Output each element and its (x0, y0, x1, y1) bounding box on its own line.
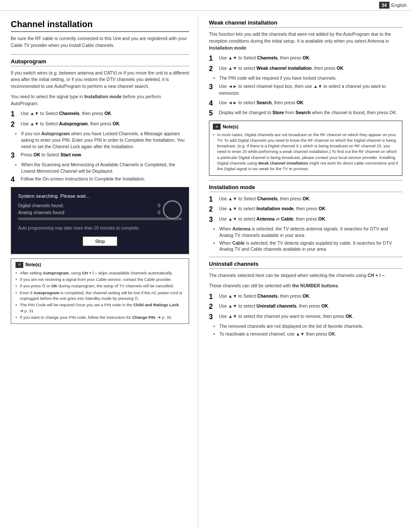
autoprogram-notes: ≡ Note(s) • After setting Autoprogram, u… (11, 258, 189, 324)
weak-step-num-1: 1 (209, 55, 217, 62)
weak-step-content-1: Use ▲▼ to Select Channels, then press OK… (219, 55, 402, 62)
weak-step-2: 2 Use ▲▼ to select Weak channel installa… (209, 65, 402, 73)
bullet-list-3: • When the Scanning and Memorizing of Av… (15, 162, 189, 174)
weak-bullet-item-2: • The PIN code will be required if you h… (213, 75, 402, 81)
uc-step-num-3: 3 (209, 313, 217, 321)
uc-step-num-2: 2 (209, 303, 217, 311)
im-step-content-3: Use ▲▼ to select Antenna or Cable, then … (219, 216, 402, 223)
uc-bullet-2: • To reactivate a removed channel, use ▲… (213, 331, 402, 337)
loading-circle (163, 200, 182, 219)
bullet-text-3: When the Scanning and Memorizing of Avai… (21, 162, 189, 174)
step-content-3: Press OK to Select Start now. (21, 152, 189, 159)
im-step-num-3: 3 (209, 216, 217, 224)
im-step-content-1: Use ▲▼ to Select Channels, then press OK… (219, 196, 402, 202)
page-number: 34 (379, 2, 389, 9)
step-1: 1 Use ▲▼ to Select Channels, then press … (11, 110, 189, 118)
note-item-4: • Even if Autoprogram is completed, the … (16, 290, 184, 302)
weak-step-num-3: 3 (209, 83, 217, 91)
bullet-list-2: • If you run Autoprogram when you have L… (15, 131, 189, 149)
installation-mode-title: Installation mode (209, 184, 402, 192)
weak-bullet-2: • The PIN code will be required if you h… (213, 75, 402, 81)
im-step-3: 3 Use ▲▼ to select Antenna or Cable, the… (209, 216, 402, 224)
left-column: Channel installation Be sure the RF cabl… (0, 15, 198, 528)
uninstall-desc1: The channels selected here can be skippe… (209, 272, 402, 279)
uc-step-content-1: Use ▲▼ to Select Channels, then press OK… (219, 293, 402, 300)
weak-step-num-4: 4 (209, 100, 217, 107)
step-number-4: 4 (11, 176, 19, 184)
bullet-text: If you run Autoprogram when you have Loc… (21, 131, 189, 149)
weak-note-box: ≡ Note(s) • In most cases, Digital chann… (209, 121, 402, 176)
im-bullet-2: • When Cable is selected, the TV detects… (213, 240, 402, 252)
uc-step-num-1: 1 (209, 293, 217, 301)
weak-step-content-3: Use ◄► to select channel Input box, then… (219, 83, 402, 97)
weak-step-1: 1 Use ▲▼ to Select Channels, then press … (209, 55, 402, 62)
im-bullet-list: • When Antenna is selected, the TV detec… (213, 226, 402, 252)
weak-step-content-4: Use ◄► to select Search, then press OK. (219, 100, 402, 106)
note-item-5: • The PIN Code will be required Once you… (16, 302, 184, 314)
uc-step-1: 1 Use ▲▼ to Select Channels, then press … (209, 293, 402, 301)
autoprogram-desc2: You need to select the signal type in In… (11, 93, 189, 107)
uc-step-2: 2 Use ▲▼ to select Uninstall channels, t… (209, 303, 402, 311)
uninstall-desc2: Those channels can still be selected wit… (209, 283, 402, 289)
weak-note-icon: ≡ (213, 124, 221, 130)
weak-step-3: 3 Use ◄► to select channel Input box, th… (209, 83, 402, 97)
digital-label: Digital channels found: (18, 203, 64, 208)
weak-step-content-2: Use ▲▼ to select Weak channel installati… (219, 65, 402, 72)
page-header: 34 English (0, 0, 411, 11)
note-item-2: • If you are not receiving a signal from… (16, 277, 184, 282)
uc-step-content-3: Use ▲▼ to select the channel you want to… (219, 313, 402, 320)
weak-note-title: Note(s) (223, 124, 238, 130)
uc-step-content-2: Use ▲▼ to select Uninstall channels, the… (219, 303, 402, 310)
bullet-dot-3: • (15, 162, 21, 174)
weak-step-4: 4 Use ◄► to select Search, then press OK… (209, 100, 402, 107)
digital-channels-row: Digital channels found: 0 (18, 203, 182, 208)
step-content-1: Use ▲▼ to Select Channels, then press OK… (21, 110, 189, 117)
im-step-num-1: 1 (209, 196, 217, 203)
step-content-4: Follow the On-screen Instructions to Com… (21, 176, 189, 183)
analog-value: 0 (158, 210, 160, 215)
im-step-num-2: 2 (209, 205, 217, 213)
autoprogram-desc1: If you switch wires (e.g. between antenn… (11, 70, 189, 90)
step-2: 2 Use ▲▼ to Select Autoprogram, then pre… (11, 121, 189, 128)
weak-step-num-2: 2 (209, 65, 217, 73)
page-language: English (391, 3, 407, 8)
note-header: ≡ Note(s) (16, 261, 184, 268)
step-number-1: 1 (11, 110, 19, 118)
weak-step-content-5: Display will be changed to Store from Se… (219, 109, 402, 116)
im-step-1: 1 Use ▲▼ to Select Channels, then press … (209, 196, 402, 203)
uc-bullet-1: • The removed channels are not displayed… (213, 323, 402, 330)
note-icon: ≡ (16, 262, 23, 268)
progress-bar (18, 218, 182, 220)
note-item-3: • If you press Ö or OK during Autoprogra… (16, 283, 184, 289)
step-3: 3 Press OK to Select Start now. (11, 152, 189, 159)
weak-step-5: 5 Display will be changed to Store from … (209, 109, 402, 117)
im-step-2: 2 Use ▲▼ to select Installation mode, th… (209, 205, 402, 213)
note-title: Note(s) (25, 261, 41, 268)
page-container: 34 English Channel installation Be sure … (0, 0, 411, 532)
note-item-1: • After setting Autoprogram, using CH + … (16, 270, 184, 276)
im-step-content-2: Use ▲▼ to select Installation mode, then… (219, 205, 402, 212)
screen-dialog: System searching. Please wait... Digital… (11, 187, 189, 254)
uc-bullet-list: • The removed channels are not displayed… (213, 323, 402, 337)
right-column: Weak channel installation This function … (198, 15, 411, 528)
step-4: 4 Follow the On-screen Instructions to C… (11, 176, 189, 184)
weak-channel-desc: This function lets you add the channels … (209, 31, 402, 51)
bullet-item-3: • When the Scanning and Memorizing of Av… (15, 162, 189, 174)
intro-text: Be sure the RF cable is correctly connec… (11, 35, 189, 49)
step-content-2: Use ▲▼ to Select Autoprogram, then press… (21, 121, 189, 128)
bullet-dot: • (15, 131, 21, 149)
analog-channels-row: Analog channels found: 0 (18, 210, 182, 215)
screen-title: System searching. Please wait... (18, 193, 182, 199)
uninstall-title: Uninstall channels (209, 261, 402, 269)
digital-value: 0 (158, 203, 160, 208)
analog-label: Analog channels found: (18, 210, 65, 215)
im-bullet-1: • When Antenna is selected, the TV detec… (213, 226, 402, 238)
weak-channel-title: Weak channel installation (209, 19, 402, 28)
weak-note-header: ≡ Note(s) (213, 124, 399, 130)
step-number-3: 3 (11, 152, 19, 159)
stop-button[interactable]: Stop (83, 236, 118, 246)
columns: Channel installation Be sure the RF cabl… (0, 11, 411, 532)
weak-note-text: • In most cases, Digital channels are no… (213, 132, 399, 172)
step-number-2: 2 (11, 121, 19, 128)
autoprogram-title: Autoprogram (11, 58, 189, 66)
